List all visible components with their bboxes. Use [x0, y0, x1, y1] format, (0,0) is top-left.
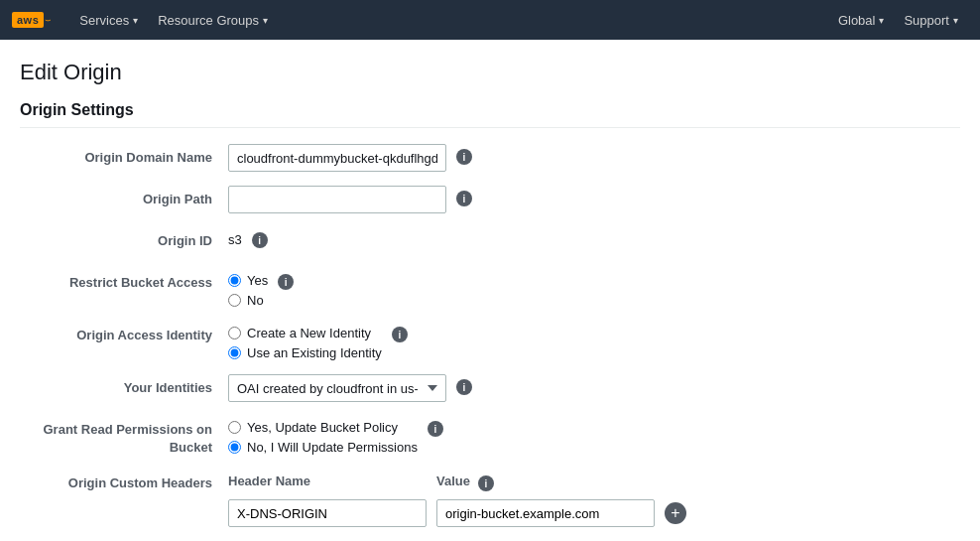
use-existing-identity-label: Use an Existing Identity [247, 345, 382, 360]
restrict-bucket-yes-radio[interactable] [228, 274, 241, 287]
header-value-column-header: Value [436, 473, 470, 488]
restrict-bucket-row: Restrict Bucket Access Yes No i [30, 269, 950, 308]
origin-id-info-icon[interactable]: i [252, 232, 268, 248]
origin-path-row: Origin Path i [30, 186, 950, 213]
create-new-identity-label: Create a New Identity [247, 326, 371, 340]
use-existing-identity-radio[interactable] [228, 346, 241, 359]
restrict-bucket-yes-label: Yes [247, 273, 268, 288]
restrict-bucket-wrap: Yes No i [228, 269, 950, 308]
restrict-bucket-radio-group: Yes No [228, 269, 268, 308]
grant-read-permissions-wrap: Yes, Update Bucket Policy No, I Will Upd… [228, 416, 950, 455]
services-chevron-icon: ▾ [133, 15, 138, 26]
grant-read-permissions-info-icon[interactable]: i [428, 421, 443, 437]
aws-smile-icon: ⌣ [45, 14, 52, 26]
origin-custom-headers-row: Origin Custom Headers Header Name Value … [30, 471, 950, 527]
support-menu[interactable]: Support ▾ [894, 0, 968, 40]
resource-groups-chevron-icon: ▾ [263, 15, 268, 26]
your-identities-info-icon[interactable]: i [456, 379, 472, 395]
header-name-col-label: Header Name [228, 473, 427, 488]
services-menu[interactable]: Services ▾ [69, 0, 148, 40]
aws-logo[interactable]: aws ⌣ [12, 12, 52, 28]
resource-groups-menu[interactable]: Resource Groups ▾ [148, 0, 278, 40]
grant-read-permissions-label: Grant Read Permissions on Bucket [30, 416, 228, 457]
origin-path-wrap: i [228, 186, 950, 213]
top-navigation: aws ⌣ Services ▾ Resource Groups ▾ Globa… [0, 0, 980, 40]
origin-access-identity-radio-group: Create a New Identity Use an Existing Id… [228, 322, 382, 360]
grant-read-permissions-row: Grant Read Permissions on Bucket Yes, Up… [30, 416, 950, 457]
restrict-bucket-no-option[interactable]: No [228, 293, 268, 308]
grant-read-yes-radio[interactable] [228, 421, 241, 434]
your-identities-row: Your Identities OAI created by cloudfron… [30, 374, 950, 402]
header-name-input[interactable] [228, 499, 427, 527]
origin-access-identity-info-icon[interactable]: i [392, 327, 408, 342]
origin-domain-name-label: Origin Domain Name [30, 144, 228, 167]
restrict-bucket-info-icon[interactable]: i [278, 274, 294, 290]
restrict-bucket-no-radio[interactable] [228, 294, 241, 307]
origin-id-value: s3 [228, 227, 242, 247]
origin-access-identity-label: Origin Access Identity [30, 322, 228, 344]
grant-read-no-radio[interactable] [228, 441, 241, 454]
section-title: Origin Settings [20, 101, 960, 128]
nav-right: Global ▾ Support ▾ [828, 0, 968, 40]
edit-origin-form: Origin Domain Name i Origin Path i Origi… [20, 144, 960, 527]
grant-read-yes-option[interactable]: Yes, Update Bucket Policy [228, 420, 418, 435]
support-chevron-icon: ▾ [953, 15, 958, 26]
global-menu[interactable]: Global ▾ [828, 0, 895, 40]
origin-path-info-icon[interactable]: i [456, 191, 472, 206]
grant-read-no-option[interactable]: No, I Will Update Permissions [228, 440, 418, 455]
grant-read-permissions-radio-group: Yes, Update Bucket Policy No, I Will Upd… [228, 416, 418, 455]
your-identities-label: Your Identities [30, 374, 228, 397]
origin-id-label: Origin ID [30, 227, 228, 250]
origin-domain-name-row: Origin Domain Name i [30, 144, 950, 172]
your-identities-wrap: OAI created by cloudfront in us-east i [228, 374, 950, 402]
grant-read-no-label: No, I Will Update Permissions [247, 440, 418, 455]
origin-path-label: Origin Path [30, 186, 228, 208]
services-label: Services [79, 13, 129, 28]
header-value-input[interactable] [436, 499, 655, 527]
header-name-column-header: Header Name [228, 473, 310, 488]
add-header-button[interactable]: + [665, 502, 686, 524]
support-label: Support [904, 13, 949, 28]
header-value-col-wrap: Value i [436, 471, 494, 491]
origin-access-identity-wrap: Create a New Identity Use an Existing Id… [228, 322, 950, 360]
global-label: Global [838, 13, 876, 28]
resource-groups-label: Resource Groups [158, 13, 259, 28]
origin-custom-headers-wrap: Header Name Value i + [228, 471, 950, 527]
origin-domain-name-info-icon[interactable]: i [456, 149, 472, 165]
headers-input-row: + [228, 499, 686, 527]
origin-id-row: Origin ID s3 i [30, 227, 950, 255]
origin-access-identity-row: Origin Access Identity Create a New Iden… [30, 322, 950, 360]
restrict-bucket-label: Restrict Bucket Access [30, 269, 228, 292]
restrict-bucket-no-label: No [247, 293, 264, 308]
your-identities-select[interactable]: OAI created by cloudfront in us-east [228, 374, 446, 402]
custom-headers-info-icon[interactable]: i [478, 475, 494, 491]
headers-section: Header Name Value i + [228, 471, 686, 527]
page-content: Edit Origin Origin Settings Origin Domai… [0, 40, 980, 541]
aws-logo-text: aws [12, 12, 44, 28]
origin-domain-name-wrap: i [228, 144, 950, 172]
use-existing-identity-option[interactable]: Use an Existing Identity [228, 345, 382, 360]
page-title: Edit Origin [20, 60, 960, 85]
origin-id-wrap: s3 i [228, 227, 950, 248]
create-new-identity-option[interactable]: Create a New Identity [228, 326, 382, 340]
global-chevron-icon: ▾ [879, 15, 884, 26]
origin-path-input[interactable] [228, 186, 446, 213]
origin-custom-headers-label: Origin Custom Headers [30, 471, 228, 492]
restrict-bucket-yes-option[interactable]: Yes [228, 273, 268, 288]
create-new-identity-radio[interactable] [228, 327, 241, 339]
grant-read-yes-label: Yes, Update Bucket Policy [247, 420, 398, 435]
origin-domain-name-input[interactable] [228, 144, 446, 172]
